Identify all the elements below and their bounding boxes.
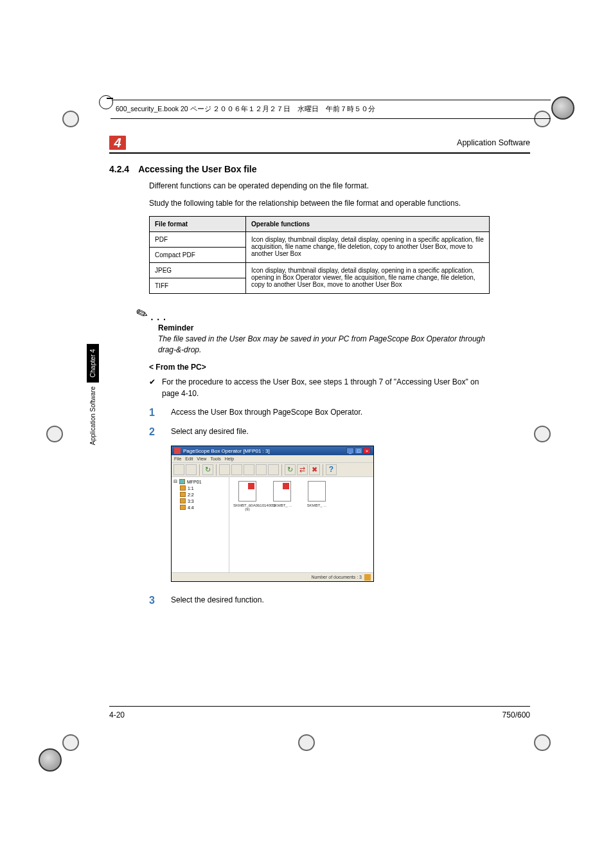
- paragraph: Study the following table for the relati…: [149, 198, 492, 209]
- crop-mark-icon: [529, 730, 555, 755]
- folder-icon: [180, 492, 186, 497]
- crop-mark-icon: [529, 421, 555, 447]
- bookmark-icon: [99, 95, 113, 109]
- step-number: 1: [149, 407, 157, 419]
- tree-label: 4:4: [188, 505, 194, 510]
- menu-item[interactable]: Tools: [210, 457, 220, 461]
- ellipsis-icon: . . .: [150, 312, 166, 322]
- table-cell: Icon display, thumbnail display, detail …: [246, 231, 490, 262]
- toolbar-button[interactable]: ↻: [285, 464, 296, 475]
- check-icon: ✔: [149, 377, 155, 399]
- page-number: 4-20: [109, 710, 125, 719]
- file-icon: [308, 481, 326, 502]
- subheading: < From the PC>: [149, 363, 492, 372]
- tree-label: 3:3: [188, 499, 194, 503]
- toolbar-separator: [281, 464, 282, 476]
- device-icon: [179, 479, 185, 484]
- file-name: SKMBT_ ...: [268, 503, 296, 507]
- menu-item[interactable]: Help: [225, 457, 234, 461]
- paragraph: Different functions can be operated depe…: [149, 181, 492, 192]
- table-header: File format: [150, 216, 246, 231]
- step-text: Select any desired file.: [171, 426, 249, 438]
- toolbar-button[interactable]: [231, 464, 242, 475]
- file-panel: SKMBT_60A06101400.1 (9) SKMBT_ ... SKMBT…: [229, 477, 373, 574]
- step-number: 3: [149, 595, 157, 606]
- content-area: 4.2.4 Accessing the User Box file Differ…: [109, 164, 492, 614]
- toolbar-separator: [199, 464, 200, 476]
- tree-item[interactable]: 1:1: [173, 485, 227, 491]
- menu-item[interactable]: Edit: [185, 457, 193, 461]
- file-item[interactable]: SKMBT_ ...: [268, 481, 296, 507]
- folder-icon: [180, 485, 186, 491]
- reminder-text: The file saved in the User Box may be sa…: [158, 334, 492, 356]
- toolbar-separator: [323, 464, 323, 476]
- tree-root[interactable]: ⊟ MFP01: [173, 479, 227, 484]
- help-icon[interactable]: ?: [326, 464, 337, 475]
- toolbar-button[interactable]: [244, 464, 254, 475]
- doc-header-text: 600_security_E.book 20 ページ ２００６年１２月２７日 水…: [116, 105, 376, 114]
- pdf-file-icon: [238, 481, 256, 502]
- running-header: 4 Application Software: [109, 136, 530, 154]
- table-cell: Compact PDF: [150, 247, 246, 262]
- note-icon: ✎: [134, 303, 150, 323]
- chapter-badge: 4: [109, 136, 126, 150]
- maximize-button[interactable]: □: [355, 448, 362, 454]
- crop-mark-icon: [58, 730, 84, 755]
- toolbar-button[interactable]: [219, 464, 230, 475]
- step-text: Access the User Box through PageScope Bo…: [171, 407, 362, 419]
- table-cell: JPEG: [150, 262, 246, 278]
- menubar: File Edit View Tools Help: [172, 455, 373, 463]
- window-title: PageScope Box Operator [MFP01 : 3]: [183, 448, 270, 454]
- tree-item[interactable]: 2:2: [173, 492, 227, 497]
- file-name: SKMBT_60A06101400.1 (9): [233, 503, 262, 511]
- tree-panel: ⊟ MFP01 1:1 2:2 3:3 4:4: [172, 477, 229, 574]
- menu-item[interactable]: View: [197, 457, 206, 461]
- minimize-button[interactable]: _: [346, 448, 354, 454]
- format-table: File format Operable functions PDF Icon …: [149, 216, 490, 294]
- tree-item[interactable]: 3:3: [173, 498, 227, 503]
- table-header: Operable functions: [246, 216, 490, 231]
- running-title: Application Software: [132, 138, 530, 147]
- side-section-label: Application Software: [87, 383, 99, 451]
- status-bar: Number of documents : 3: [172, 572, 373, 581]
- tree-label: MFP01: [187, 480, 202, 484]
- file-item[interactable]: SKMBT_ ...: [303, 481, 331, 507]
- section-title: Accessing the User Box file: [138, 164, 256, 174]
- refresh-icon[interactable]: ↻: [202, 464, 213, 475]
- step-text: Select the desired function.: [171, 595, 264, 606]
- toolbar-button[interactable]: [186, 464, 197, 475]
- side-tab: Chapter 4 Application Software: [87, 344, 101, 451]
- toolbar: ↻ ↻ ⇄ ✖ ?: [172, 463, 373, 477]
- doc-header-bar: 600_security_E.book 20 ページ ２００６年１２月２７日 水…: [111, 100, 551, 119]
- delete-icon[interactable]: ✖: [309, 464, 320, 475]
- toolbar-button[interactable]: [256, 464, 267, 475]
- page-footer: 4-20 750/600: [109, 706, 530, 719]
- status-icon: [364, 574, 371, 581]
- tree-item[interactable]: 4:4: [173, 505, 227, 510]
- file-name: SKMBT_ ...: [303, 503, 331, 507]
- reminder-block: ✎ . . . Reminder The file saved in the U…: [149, 305, 492, 356]
- crop-mark-icon: [42, 421, 67, 447]
- checklist-text: For the procedure to access the User Box…: [162, 377, 492, 399]
- pdf-file-icon: [273, 481, 291, 502]
- toolbar-button[interactable]: ⇄: [297, 464, 308, 475]
- menu-item[interactable]: File: [174, 457, 181, 461]
- crop-mark-icon: [58, 106, 84, 132]
- close-button[interactable]: ×: [363, 448, 371, 454]
- tree-label: 2:2: [188, 493, 194, 497]
- toolbar-button[interactable]: [173, 464, 184, 475]
- step-number: 2: [149, 426, 157, 438]
- tree-label: 1:1: [188, 486, 194, 491]
- checklist-item: ✔ For the procedure to access the User B…: [149, 377, 492, 399]
- table-cell: TIFF: [150, 278, 246, 293]
- file-item[interactable]: SKMBT_60A06101400.1 (9): [233, 481, 262, 511]
- toolbar-separator: [216, 464, 217, 476]
- toolbar-button[interactable]: [268, 464, 279, 475]
- table-cell: PDF: [150, 231, 246, 247]
- app-icon: [174, 448, 181, 454]
- step: 2 Select any desired file.: [149, 426, 492, 438]
- step: 1 Access the User Box through PageScope …: [149, 407, 492, 419]
- step: 3 Select the desired function.: [149, 595, 492, 606]
- page: 600_security_E.book 20 ページ ２００６年１２月２７日 水…: [87, 93, 530, 736]
- expand-icon[interactable]: ⊟: [173, 479, 177, 484]
